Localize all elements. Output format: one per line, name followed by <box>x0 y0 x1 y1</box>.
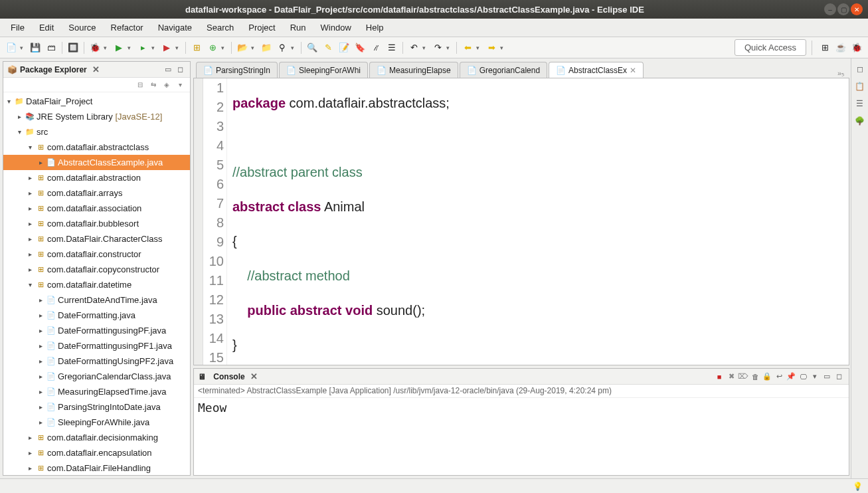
word-wrap-button[interactable]: ↩ <box>773 371 785 382</box>
terminate-button[interactable]: ■ <box>713 371 725 382</box>
maximize-view-button[interactable]: ◻ <box>833 371 845 382</box>
tree-package[interactable]: ▾⊞com.dataflair.abstractclass <box>3 140 190 155</box>
tree-package[interactable]: ▸⊞com.dataflair.constructor <box>3 246 190 262</box>
tree-file[interactable]: ▸📄DateFormatting.java <box>3 308 190 323</box>
code-area[interactable]: package com.dataflair.abstractclass; //a… <box>227 78 849 365</box>
editor-tab[interactable]: 📄MeasuringElapse <box>369 62 458 78</box>
scroll-lock-button[interactable]: 🔒 <box>761 371 773 382</box>
tree-file[interactable]: ▸📄GregorianCalendarClass.java <box>3 369 190 384</box>
editor-tab[interactable]: 📄ParsingStringIn <box>196 62 278 78</box>
close-button[interactable]: ✕ <box>851 3 863 15</box>
open-console-button[interactable]: ▾ <box>809 371 821 382</box>
remove-all-button[interactable]: ⌦ <box>737 371 749 382</box>
tree-jre[interactable]: ▸📚JRE System Library [JavaSE-12] <box>3 109 190 124</box>
menu-project[interactable]: Project <box>242 21 282 35</box>
forward-button[interactable]: ➡ <box>484 41 499 55</box>
open-type-button[interactable]: 📂 <box>235 41 250 55</box>
dropdown-icon[interactable]: ▾ <box>422 45 429 51</box>
pin-console-button[interactable]: 📌 <box>785 371 797 382</box>
search-button[interactable]: 🔍 <box>305 41 319 55</box>
collapse-all-button[interactable]: ⊟ <box>134 80 146 90</box>
tree-file[interactable]: ▸📄ParsingStringIntoDate.java <box>3 399 190 415</box>
tree-package[interactable]: ▸⊞com.dataflair.abstraction <box>3 170 190 185</box>
focus-button[interactable]: ◈ <box>161 80 173 90</box>
tree-src[interactable]: ▾📁src <box>3 124 190 140</box>
restore-view-button[interactable]: ◻ <box>853 62 867 76</box>
tree-file[interactable]: ▸📄DateFormattingUsingPF2.java <box>3 353 190 369</box>
debug-perspective-button[interactable]: 🐞 <box>849 41 864 55</box>
editor-tab[interactable]: 📄GregorianCalend <box>460 62 547 78</box>
menu-help[interactable]: Help <box>359 21 391 35</box>
dropdown-icon[interactable]: ▾ <box>151 45 158 51</box>
project-tree[interactable]: ▾📁DataFlair_Project ▸📚JRE System Library… <box>3 92 190 475</box>
close-icon[interactable]: ✕ <box>630 66 636 75</box>
quick-access[interactable]: Quick Access <box>735 39 806 56</box>
java-perspective-button[interactable]: ☕ <box>833 41 848 55</box>
tree-package[interactable]: ▸⊞com.dataflair.bubblesort <box>3 216 190 231</box>
togglea-button[interactable]: ⫽ <box>369 41 383 55</box>
menu-navigate[interactable]: Navigate <box>151 21 199 35</box>
dropdown-icon[interactable]: ▾ <box>291 45 298 51</box>
tree-file[interactable]: ▸📄CurrentDateAndTime.java <box>3 292 190 308</box>
clear-console-button[interactable]: 🗑 <box>749 371 761 382</box>
remove-launch-button[interactable]: ✖ <box>725 371 737 382</box>
maximize-button[interactable]: ▢ <box>837 3 849 15</box>
task-list-icon[interactable]: 📋 <box>853 80 867 93</box>
close-icon[interactable]: ✕ <box>92 64 100 74</box>
tree-package[interactable]: ▾⊞com.dataflair.datetime <box>3 277 190 292</box>
dropdown-icon[interactable]: ▾ <box>20 45 27 51</box>
dropdown-icon[interactable]: ▾ <box>104 45 110 51</box>
debug-button[interactable]: 🐞 <box>88 41 102 55</box>
minimize-button[interactable]: – <box>824 3 836 15</box>
new-class-button[interactable]: ⊕ <box>205 41 220 55</box>
menu-run[interactable]: Run <box>284 21 313 35</box>
dropdown-icon[interactable]: ▾ <box>446 45 453 51</box>
coverage-button[interactable]: ▸ <box>135 41 150 55</box>
tree-package[interactable]: ▸⊞com.dataflair.decisionmaking <box>3 430 190 445</box>
dropdown-icon[interactable]: ▾ <box>476 45 483 51</box>
task-button[interactable]: 🔖 <box>353 41 367 55</box>
tree-project[interactable]: ▾📁DataFlair_Project <box>3 94 190 109</box>
type-icon[interactable]: 📁 <box>259 41 274 55</box>
view-menu-button[interactable]: ▾ <box>174 80 186 90</box>
editor-tab[interactable]: 📄SleepingForAWhi <box>279 62 368 78</box>
maximize-view-button[interactable]: ◻ <box>174 64 186 75</box>
outline-icon[interactable]: ☰ <box>853 97 867 110</box>
dropdown-icon[interactable]: ▾ <box>175 45 182 51</box>
menu-refactor[interactable]: Refactor <box>104 21 150 35</box>
switch-button[interactable]: 🔲 <box>66 41 80 55</box>
next-ann-button[interactable]: ↷ <box>430 41 445 55</box>
dropdown-icon[interactable]: ▾ <box>500 45 507 51</box>
minimize-view-button[interactable]: ▭ <box>821 371 833 382</box>
open-perspective-button[interactable]: ⊞ <box>818 41 832 55</box>
tree-package[interactable]: ▸⊞com.dataflair.association <box>3 201 190 216</box>
tree-package[interactable]: ▸⊞com.dataflair.arrays <box>3 185 190 201</box>
dropdown-icon[interactable]: ▾ <box>251 45 258 51</box>
hierarchy-icon[interactable]: 🌳 <box>853 114 867 128</box>
console-output[interactable]: Meow <box>194 398 849 475</box>
prev-ann-button[interactable]: ↶ <box>406 41 421 55</box>
tabs-overflow[interactable]: »₅ <box>832 69 849 78</box>
menu-edit[interactable]: Edit <box>33 21 60 35</box>
link-editor-button[interactable]: ⇆ <box>147 80 159 90</box>
new-button[interactable]: 📄 <box>4 41 19 55</box>
minimize-view-button[interactable]: ▭ <box>162 64 174 75</box>
toggleb-button[interactable]: ☰ <box>385 41 399 55</box>
tree-package[interactable]: ▸⊞com.dataflair.encapsulation <box>3 445 190 460</box>
code-editor[interactable]: 123456789101112131415 package com.datafl… <box>193 78 849 365</box>
menu-search[interactable]: Search <box>200 21 240 35</box>
run-button[interactable]: ▶ <box>112 41 126 55</box>
mark-button[interactable]: ✎ <box>321 41 335 55</box>
menu-file[interactable]: File <box>4 21 31 35</box>
run-last-button[interactable]: ▶ <box>159 41 174 55</box>
tree-file[interactable]: ▸📄SleepingForAWhile.java <box>3 415 190 430</box>
wand-icon[interactable]: ⚲ <box>275 41 290 55</box>
tree-package[interactable]: ▸⊞com.DataFlair.CharacterClass <box>3 231 190 246</box>
close-icon[interactable]: ✕ <box>250 371 258 381</box>
annotate-button[interactable]: 📝 <box>337 41 351 55</box>
tree-file[interactable]: ▸📄DateFormattingusingPF1.java <box>3 338 190 353</box>
tree-file-selected[interactable]: ▸📄AbstractClassExample.java <box>3 155 190 170</box>
dropdown-icon[interactable]: ▾ <box>128 45 134 51</box>
display-button[interactable]: 🖵 <box>797 371 809 382</box>
new-package-button[interactable]: ⊞ <box>189 41 204 55</box>
